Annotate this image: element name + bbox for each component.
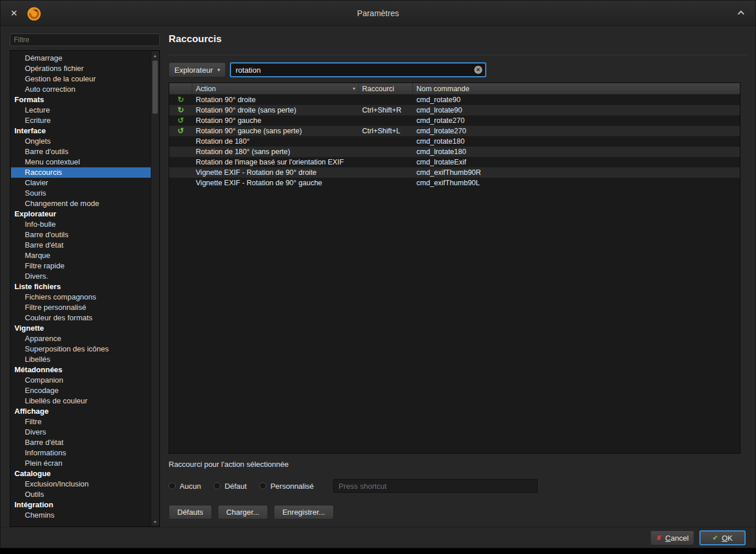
sidebar-item-menu-contextuel[interactable]: Menu contextuel	[11, 157, 151, 167]
table-row[interactable]: Rotation de 180°cmd_rotate180	[169, 136, 740, 147]
ok-button[interactable]: ✔ OK	[699, 530, 746, 545]
action-cell: Rotation 90° droite	[192, 95, 359, 105]
sidebar-item-filtre-rapide[interactable]: Filtre rapide	[11, 261, 151, 271]
sidebar-item-info-bulle[interactable]: Info-bulle	[11, 219, 151, 230]
column-shortcut[interactable]: Raccourci	[359, 83, 413, 94]
sidebar-item-explorateur[interactable]: Explorateur	[11, 209, 151, 219]
filter-input[interactable]	[10, 33, 160, 46]
rotate-left-icon: ↺	[169, 115, 192, 126]
radio-aucun[interactable]: Aucun	[169, 482, 201, 491]
column-shortcut-label: Raccourci	[362, 85, 394, 93]
row-icon-blank	[169, 167, 192, 178]
category-dropdown[interactable]: Explorateur ▾	[169, 62, 226, 77]
sidebar-item-marque[interactable]: Marque	[11, 250, 151, 261]
action-cell: Rotation 90° gauche	[192, 115, 359, 126]
sidebar-item-informations[interactable]: Informations	[11, 448, 151, 458]
shortcut-cell	[359, 167, 413, 178]
sidebar-item-interface[interactable]: Interface	[11, 126, 151, 136]
action-cell: Rotation de l'image basé sur l'orientati…	[192, 157, 359, 167]
sidebar-item-clavier[interactable]: Clavier	[11, 178, 151, 188]
sidebar-item-souris[interactable]: Souris	[11, 188, 151, 199]
sidebar-item-operations-fichier[interactable]: Opérations fichier	[11, 63, 151, 74]
sidebar-item-liste-fichiers[interactable]: Liste fichiers	[11, 282, 151, 292]
sidebar-item-divers[interactable]: Divers	[11, 427, 151, 437]
command-cell: cmd_lrotateExif	[413, 157, 740, 167]
sidebar-item-apparence[interactable]: Apparence	[11, 334, 151, 344]
sidebar-item-ecriture[interactable]: Ecriture	[11, 115, 151, 126]
sidebar-item-filtre-personnalise[interactable]: Filtre personnalisé	[11, 302, 151, 313]
sidebar-item-lecture[interactable]: Lecture	[11, 105, 151, 115]
shortcut-input[interactable]	[333, 479, 538, 493]
sidebar-item-barre-d-etat[interactable]: Barre d'état	[11, 437, 151, 448]
cancel-button[interactable]: ✘ Cancel	[650, 530, 694, 545]
action-cell: Rotation 90° droite (sans perte)	[192, 105, 359, 115]
sidebar-item-auto-correction[interactable]: Auto correction	[11, 84, 151, 95]
sidebar-item-companion[interactable]: Companion	[11, 375, 151, 385]
sidebar-item-divers[interactable]: Divers.	[11, 271, 151, 282]
table-row[interactable]: ↺Rotation 90° gauche (sans perte)Ctrl+Sh…	[169, 126, 740, 136]
save-button[interactable]: Enregistrer...	[274, 505, 334, 519]
column-icon[interactable]	[169, 83, 192, 94]
scroll-up-icon[interactable]: ▲	[151, 51, 159, 59]
sidebar-item-couleur-des-formats[interactable]: Couleur des formats	[11, 313, 151, 323]
sidebar-item-gestion-de-la-couleur[interactable]: Gestion de la couleur	[11, 74, 151, 84]
scrollbar-thumb[interactable]	[152, 61, 158, 114]
sidebar-item-formats[interactable]: Formats	[11, 95, 151, 105]
sidebar-item-chemins[interactable]: Chemins	[11, 510, 151, 521]
table-row[interactable]: ↺Rotation 90° gauchecmd_rotate270	[169, 115, 740, 126]
tree-scrollbar[interactable]: ▲ ▼	[151, 51, 159, 526]
sidebar-item-barre-d-outils[interactable]: Barre d'outils	[11, 230, 151, 240]
sidebar-item-plein-ecran[interactable]: Plein écran	[11, 458, 151, 469]
table-row[interactable]: Rotation de l'image basé sur l'orientati…	[169, 157, 740, 167]
sidebar-item-libelles[interactable]: Libellés	[11, 354, 151, 365]
sidebar-item-barre-d-etat[interactable]: Barre d'état	[11, 240, 151, 250]
toolbar: Explorateur ▾ ✕	[169, 62, 486, 77]
sidebar-item-demarrage[interactable]: Démarrage	[11, 53, 151, 63]
table-row[interactable]: Vignette EXIF - Rotation de 90° gauchecm…	[169, 178, 740, 188]
cancel-x-icon: ✘	[656, 534, 662, 542]
sidebar-item-exclusion-inclusion[interactable]: Exclusion/Inclusion	[11, 479, 151, 489]
clear-search-icon[interactable]: ✕	[474, 66, 482, 74]
search-input[interactable]	[230, 62, 486, 77]
defaults-button[interactable]: Défauts	[169, 505, 212, 519]
chevron-down-icon: ▾	[217, 67, 220, 73]
table-row[interactable]: Rotation de 180° (sans perte)cmd_lrotate…	[169, 147, 740, 157]
shortcut-cell: Ctrl+Shift+R	[359, 105, 413, 115]
sidebar-item-integration[interactable]: Intégration	[11, 500, 151, 510]
column-action[interactable]: Action ▾	[192, 83, 359, 94]
window-title: Paramètres	[1, 1, 755, 26]
column-command[interactable]: Nom commande	[413, 83, 740, 94]
radio-personnalise[interactable]: Personnalisé	[259, 482, 314, 491]
table-rows: ↻Rotation 90° droitecmd_rotate90↻Rotatio…	[169, 95, 740, 453]
sidebar-item-outils[interactable]: Outils	[11, 489, 151, 500]
collapse-icon[interactable]	[737, 9, 745, 17]
action-cell: Rotation de 180°	[192, 136, 359, 147]
table-row[interactable]: ↻Rotation 90° droite (sans perte)Ctrl+Sh…	[169, 105, 740, 115]
close-icon[interactable]: ✕	[10, 8, 18, 18]
sidebar-item-superposition-des-icones[interactable]: Superposition des icônes	[11, 344, 151, 354]
table-row[interactable]: Vignette EXIF - Rotation de 90° droitecm…	[169, 167, 740, 178]
sidebar-item-fichiers-compagnons[interactable]: Fichiers compagnons	[11, 292, 151, 302]
action-cell: Vignette EXIF - Rotation de 90° droite	[192, 167, 359, 178]
sidebar-item-raccourcis[interactable]: Raccourcis	[11, 167, 151, 178]
footer: ✘ Cancel ✔ OK	[1, 527, 755, 549]
load-button[interactable]: Charger...	[218, 505, 268, 519]
sidebar-item-encodage[interactable]: Encodage	[11, 385, 151, 396]
sidebar-item-catalogue[interactable]: Catalogue	[11, 469, 151, 479]
sidebar-item-vignette[interactable]: Vignette	[11, 323, 151, 334]
command-cell: cmd_rotate90	[413, 95, 740, 105]
sidebar-item-metadonnees[interactable]: Métadonnées	[11, 365, 151, 375]
shortcut-cell: Ctrl+Shift+L	[359, 126, 413, 136]
row-icon-blank	[169, 147, 192, 157]
sidebar-item-changement-de-mode[interactable]: Changement de mode	[11, 199, 151, 209]
radio-defaut[interactable]: Défaut	[214, 482, 247, 491]
selected-action-label: Raccourci pour l'action sélectionnée	[169, 460, 289, 469]
sidebar-item-libelles-de-couleur[interactable]: Libellés de couleur	[11, 396, 151, 406]
sidebar-item-onglets[interactable]: Onglets	[11, 136, 151, 147]
sidebar-item-barre-d-outils[interactable]: Barre d'outils	[11, 147, 151, 157]
sidebar-item-filtre[interactable]: Filtre	[11, 417, 151, 427]
titlebar[interactable]: ✕ Paramètres	[1, 1, 755, 26]
table-row[interactable]: ↻Rotation 90° droitecmd_rotate90	[169, 95, 740, 105]
scroll-down-icon[interactable]: ▼	[151, 518, 159, 526]
sidebar-item-affichage[interactable]: Affichage	[11, 406, 151, 417]
